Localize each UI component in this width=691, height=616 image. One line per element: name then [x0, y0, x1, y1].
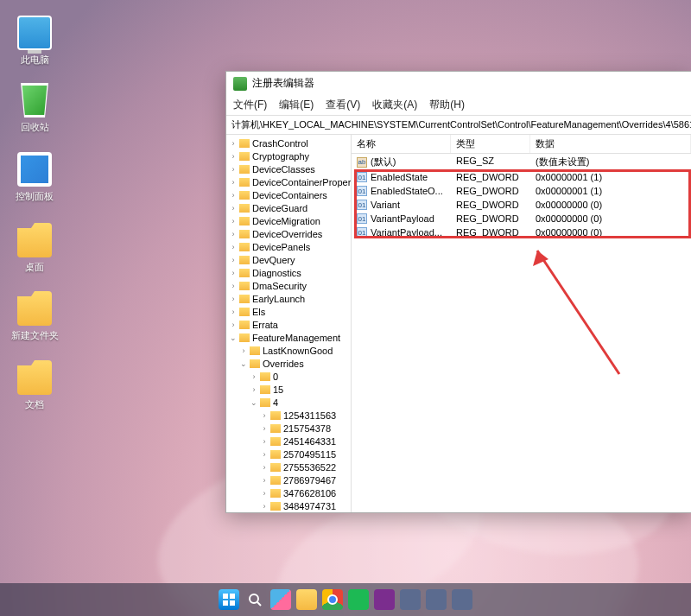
tree-node[interactable]: ›LastKnownGood: [230, 344, 351, 357]
chevron-icon[interactable]: ›: [261, 489, 268, 498]
tree-node[interactable]: ›Els: [230, 305, 351, 318]
chevron-icon[interactable]: ›: [230, 152, 237, 161]
explorer-button[interactable]: [296, 589, 317, 610]
chevron-icon[interactable]: ⌄: [250, 398, 257, 407]
tree-node[interactable]: ›3476628106: [230, 486, 351, 499]
chrome-button[interactable]: [322, 589, 343, 610]
menu-help[interactable]: 帮助(H): [429, 98, 465, 112]
value-row[interactable]: 01EnabledStateO...REG_DWORD0x00000001 (1…: [352, 184, 691, 198]
tree-node[interactable]: ›2786979467: [230, 473, 351, 486]
folder-icon: [239, 139, 250, 148]
tree-node[interactable]: ›Diagnostics: [230, 266, 351, 279]
list-header[interactable]: 名称 类型 数据: [352, 135, 691, 154]
column-name[interactable]: 名称: [352, 135, 451, 153]
chevron-icon[interactable]: ›: [230, 243, 237, 251]
value-row[interactable]: 01VariantREG_DWORD0x00000000 (0): [352, 198, 691, 212]
tree-node[interactable]: ›DeviceGuard: [230, 201, 351, 214]
desktop-icon-folder[interactable]: 桌面: [9, 223, 60, 274]
start-button[interactable]: [219, 589, 239, 610]
spotify-button[interactable]: [348, 589, 369, 610]
chevron-icon[interactable]: ›: [230, 269, 237, 277]
search-button[interactable]: [244, 589, 265, 610]
chevron-icon[interactable]: ›: [250, 385, 257, 394]
chevron-icon[interactable]: ›: [230, 308, 237, 316]
desktop-icon-recycle-bin[interactable]: 回收站: [9, 83, 60, 134]
tree-node[interactable]: ›2755536522: [230, 460, 351, 473]
desktop-icon-folder-new[interactable]: 新建文件夹: [9, 291, 60, 342]
chevron-icon[interactable]: ›: [230, 139, 237, 148]
value-row[interactable]: 01EnabledStateREG_DWORD0x00000001 (1): [352, 170, 691, 184]
tree-node[interactable]: ›2451464331: [230, 435, 351, 448]
chevron-icon[interactable]: ›: [261, 411, 268, 420]
chevron-icon[interactable]: ›: [230, 204, 237, 213]
tree-node[interactable]: ›DevQuery: [230, 253, 351, 266]
tree-label: 4: [273, 397, 278, 408]
tree-node[interactable]: ›DeviceClasses: [230, 162, 351, 175]
tree-node[interactable]: ⌄FeatureManagement: [230, 331, 351, 344]
tree-label: 2786979467: [283, 475, 336, 486]
chevron-icon[interactable]: ›: [250, 372, 257, 381]
chevron-icon[interactable]: ›: [230, 178, 237, 187]
tree-node[interactable]: ›DeviceContainers: [230, 188, 351, 201]
address-bar[interactable]: 计算机\HKEY_LOCAL_MACHINE\SYSTEM\CurrentCon…: [226, 115, 691, 135]
widgets-button[interactable]: [270, 589, 291, 610]
tree-node[interactable]: ›Errata: [230, 318, 351, 331]
value-row[interactable]: ab(默认)REG_SZ(数值未设置): [352, 154, 691, 170]
chevron-icon[interactable]: ›: [240, 346, 247, 355]
desktop-icon-computer[interactable]: 此电脑: [9, 16, 60, 67]
taskbar-app[interactable]: [426, 589, 447, 610]
menu-edit[interactable]: 编辑(E): [279, 98, 314, 112]
tree-node[interactable]: ⌄4: [230, 396, 351, 409]
desktop-icon-folder-docs[interactable]: 文档: [9, 360, 60, 411]
tree-node[interactable]: ›0: [230, 370, 351, 383]
tree-node[interactable]: ›DmaSecurity: [230, 279, 351, 292]
chevron-icon[interactable]: ›: [230, 217, 237, 225]
value-row[interactable]: 01VariantPayloadREG_DWORD0x00000000 (0): [352, 212, 691, 225]
taskbar-app[interactable]: [400, 589, 421, 610]
chevron-icon[interactable]: ›: [230, 165, 237, 174]
value-row[interactable]: 01VariantPayload...REG_DWORD0x00000000 (…: [352, 225, 691, 239]
tree-node[interactable]: ›Cryptography: [230, 149, 351, 162]
tree-node[interactable]: ›DevicePanels: [230, 240, 351, 253]
folder-icon: [17, 223, 52, 257]
registry-tree[interactable]: ›CrashControl›Cryptography›DeviceClasses…: [226, 135, 352, 512]
titlebar[interactable]: 注册表编辑器: [226, 72, 691, 95]
chevron-icon[interactable]: ›: [230, 321, 237, 329]
chevron-icon[interactable]: ⌄: [240, 359, 247, 368]
tree-node[interactable]: ›DeviceOverrides: [230, 227, 351, 240]
menu-file[interactable]: 文件(F): [233, 98, 267, 112]
tree-node[interactable]: ›1254311563: [230, 409, 351, 422]
tree-node[interactable]: ›15: [230, 383, 351, 396]
menu-favorites[interactable]: 收藏夹(A): [372, 98, 417, 112]
chevron-icon[interactable]: ›: [261, 437, 268, 446]
tree-node[interactable]: ›215754378: [230, 422, 351, 435]
chevron-icon[interactable]: ›: [230, 191, 237, 200]
chevron-icon[interactable]: ›: [230, 256, 237, 264]
chevron-icon[interactable]: ›: [230, 230, 237, 238]
chevron-icon[interactable]: ›: [261, 424, 268, 433]
tree-label: 3484974731: [283, 501, 336, 511]
folder-icon: [239, 256, 250, 264]
chevron-icon[interactable]: ›: [261, 463, 268, 472]
chevron-icon[interactable]: ⌄: [230, 333, 237, 342]
chevron-icon[interactable]: ›: [261, 502, 268, 511]
chevron-icon[interactable]: ›: [230, 282, 237, 290]
tree-node[interactable]: ⌄Overrides: [230, 357, 351, 370]
chevron-icon[interactable]: ›: [261, 450, 268, 459]
tree-node[interactable]: ›3484974731: [230, 499, 351, 512]
tree-node[interactable]: ›DeviceMigration: [230, 214, 351, 227]
desktop-icon-control-panel[interactable]: 控制面板: [9, 152, 60, 203]
value-data: 0x00000000 (0): [530, 225, 691, 239]
onenote-button[interactable]: [374, 589, 395, 610]
chevron-icon[interactable]: ›: [261, 476, 268, 485]
taskbar-app[interactable]: [452, 589, 472, 610]
taskbar: [0, 583, 691, 616]
tree-node[interactable]: ›CrashControl: [230, 137, 351, 149]
tree-node[interactable]: ›EarlyLaunch: [230, 292, 351, 305]
column-data[interactable]: 数据: [530, 135, 691, 153]
menu-view[interactable]: 查看(V): [326, 98, 360, 112]
tree-node[interactable]: ›2570495115: [230, 448, 351, 460]
column-type[interactable]: 类型: [451, 135, 530, 153]
chevron-icon[interactable]: ›: [230, 295, 237, 303]
tree-node[interactable]: ›DeviceContainerPropertyUpda: [230, 175, 351, 188]
